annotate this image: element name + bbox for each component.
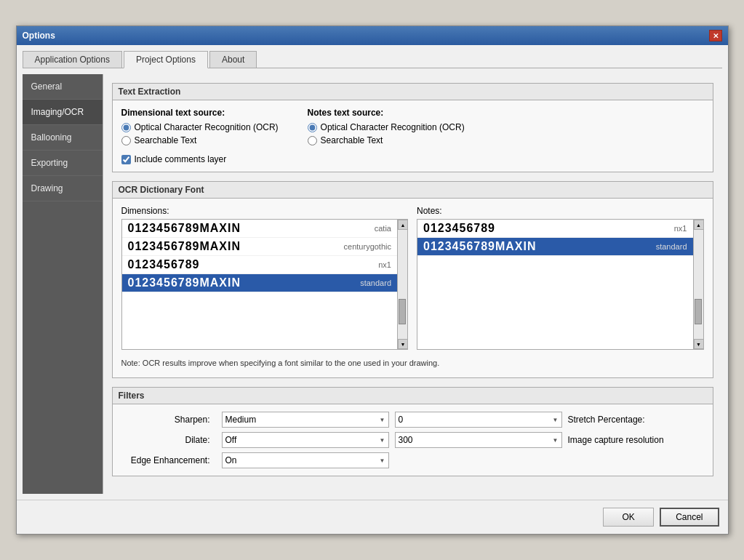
scroll-thumb-notes[interactable] (695, 299, 702, 324)
notes-ocr-radio[interactable] (308, 123, 317, 132)
edge-value: On (225, 455, 237, 465)
sharpen-num-select[interactable]: 0 ▼ (395, 412, 562, 428)
sharpen-arrow: ▼ (380, 417, 385, 423)
font-nx1-notes[interactable]: 0123456789 nx1 (417, 220, 693, 238)
font-nx1-notes-name: nx1 (674, 224, 687, 233)
scroll-down-dim[interactable]: ▼ (398, 339, 408, 349)
nav-ballooning[interactable]: Ballooning (23, 125, 103, 151)
dimensions-font-label: Dimensions: (121, 206, 409, 216)
font-catia-name: catia (375, 224, 391, 233)
scroll-track-notes (694, 230, 703, 339)
nav-drawing[interactable]: Drawing (23, 176, 103, 201)
ocr-cols: Dimensions: 0123456789MAXIN catia 0 (121, 206, 704, 350)
font-centurygothic-name: centurygothic (344, 242, 391, 251)
dim-ocr-label: Optical Character Recognition (OCR) (135, 122, 279, 132)
dialog-footer: OK Cancel (17, 500, 728, 534)
notes-ocr-row: Optical Character Recognition (OCR) (308, 122, 465, 132)
include-comments-label: Include comments layer (135, 154, 227, 164)
text-extraction-content: Dimensional text source: Optical Charact… (113, 100, 713, 172)
nav-general[interactable]: General (23, 74, 103, 100)
font-nx1-dim[interactable]: 0123456789 nx1 (122, 256, 398, 274)
title-bar-buttons: ✕ (709, 30, 722, 41)
sharpen-value: Medium (225, 415, 257, 425)
filters-title: Filters (113, 388, 713, 404)
font-standard-dim[interactable]: 0123456789MAXIN standard (122, 274, 398, 292)
dialog-title: Options (23, 31, 55, 41)
filters-content: Sharpen: Medium ▼ 0 ▼ Stretch Percentage… (113, 404, 713, 476)
scroll-up-dim[interactable]: ▲ (398, 220, 408, 230)
sharpen-num-value: 0 (399, 415, 404, 425)
dimensions-font-list[interactable]: 0123456789MAXIN catia 0123456789MAXIN ce… (122, 220, 398, 349)
dimensions-font-col: Dimensions: 0123456789MAXIN catia 0 (121, 206, 409, 350)
content-area: General Imaging/OCR Ballooning Exporting… (23, 74, 722, 494)
stretch-label: Stretch Percentage: (568, 415, 704, 425)
font-standard-notes-preview: 0123456789MAXIN (423, 240, 537, 253)
dilate-num-select[interactable]: 300 ▼ (395, 432, 562, 448)
font-standard-dim-preview: 0123456789MAXIN (128, 276, 241, 289)
dim-searchable-label: Searchable Text (135, 135, 197, 145)
nav-imaging-ocr[interactable]: Imaging/OCR (23, 100, 103, 125)
dimensions-font-list-container: 0123456789MAXIN catia 0123456789MAXIN ce… (121, 219, 409, 350)
notes-font-list[interactable]: 0123456789 nx1 0123456789MAXIN standard (417, 220, 693, 349)
options-dialog: Options ✕ Application Options Project Op… (16, 25, 729, 535)
title-bar: Options ✕ (17, 26, 728, 45)
edge-arrow: ▼ (380, 457, 385, 464)
scroll-down-notes[interactable]: ▼ (694, 339, 704, 349)
dim-searchable-radio[interactable] (121, 136, 131, 145)
text-extraction-cols: Dimensional text source: Optical Charact… (121, 108, 704, 148)
dimensional-col: Dimensional text source: Optical Charact… (121, 108, 279, 148)
ocr-section: OCR Dictionary Font Dimensions: 01234567… (112, 181, 713, 378)
filters-grid: Sharpen: Medium ▼ 0 ▼ Stretch Percentage… (121, 412, 704, 468)
sharpen-label: Sharpen: (121, 415, 216, 425)
notes-searchable-label: Searchable Text (321, 135, 383, 145)
text-extraction-title: Text Extraction (113, 84, 713, 100)
main-content: Text Extraction Dimensional text source:… (103, 74, 722, 494)
ocr-title: OCR Dictionary Font (113, 182, 713, 199)
sharpen-num-arrow: ▼ (553, 417, 559, 423)
close-button[interactable]: ✕ (709, 30, 722, 41)
tab-application-options[interactable]: Application Options (23, 51, 122, 68)
cancel-button[interactable]: Cancel (660, 508, 719, 527)
include-comments-row: Include comments layer (121, 154, 704, 164)
sharpen-select[interactable]: Medium ▼ (222, 412, 389, 428)
tab-about[interactable]: About (209, 51, 257, 68)
font-standard-notes[interactable]: 0123456789MAXIN standard (417, 238, 693, 256)
font-nx1-notes-preview: 0123456789 (423, 222, 495, 235)
dilate-label: Dilate: (121, 435, 216, 445)
dimensional-label: Dimensional text source: (121, 108, 279, 118)
dilate-value: Off (225, 435, 237, 445)
font-nx1-dim-preview: 0123456789 (128, 258, 200, 271)
tab-bar: Application Options Project Options Abou… (23, 51, 722, 68)
notes-font-label: Notes: (417, 206, 704, 216)
include-comments-checkbox[interactable] (121, 155, 131, 164)
notes-ocr-label: Optical Character Recognition (OCR) (321, 122, 465, 132)
dim-ocr-radio[interactable] (121, 123, 131, 132)
ok-button[interactable]: OK (603, 508, 654, 527)
filters-section: Filters Sharpen: Medium ▼ 0 ▼ (112, 387, 713, 476)
dialog-body: Application Options Project Options Abou… (17, 45, 728, 500)
scroll-up-notes[interactable]: ▲ (694, 220, 704, 230)
notes-font-col: Notes: 0123456789 nx1 0123456789MAX (417, 206, 704, 350)
dilate-num-arrow: ▼ (553, 437, 559, 444)
ocr-note: Note: OCR results improve when specifyin… (121, 356, 704, 370)
capture-label: Image capture resolution (568, 435, 704, 445)
dilate-arrow: ▼ (380, 437, 385, 444)
nav-exporting[interactable]: Exporting (23, 151, 103, 176)
scroll-thumb-dim[interactable] (399, 299, 406, 324)
left-nav: General Imaging/OCR Ballooning Exporting… (23, 74, 103, 494)
font-centurygothic[interactable]: 0123456789MAXIN centurygothic (122, 238, 398, 256)
edge-label: Edge Enhancement: (121, 455, 216, 465)
dilate-num-value: 300 (399, 435, 413, 445)
notes-col: Notes text source: Optical Character Rec… (308, 108, 465, 148)
edge-select[interactable]: On ▼ (222, 452, 389, 468)
scroll-track-dim (398, 230, 407, 339)
ocr-content: Dimensions: 0123456789MAXIN catia 0 (113, 199, 713, 377)
font-catia[interactable]: 0123456789MAXIN catia (122, 220, 398, 238)
dilate-select[interactable]: Off ▼ (222, 432, 389, 448)
font-standard-notes-name: standard (656, 242, 687, 251)
notes-source-label: Notes text source: (308, 108, 465, 118)
notes-scrollbar: ▲ ▼ (693, 220, 703, 349)
notes-searchable-row: Searchable Text (308, 135, 465, 145)
tab-project-options[interactable]: Project Options (124, 51, 208, 68)
notes-searchable-radio[interactable] (308, 136, 317, 145)
